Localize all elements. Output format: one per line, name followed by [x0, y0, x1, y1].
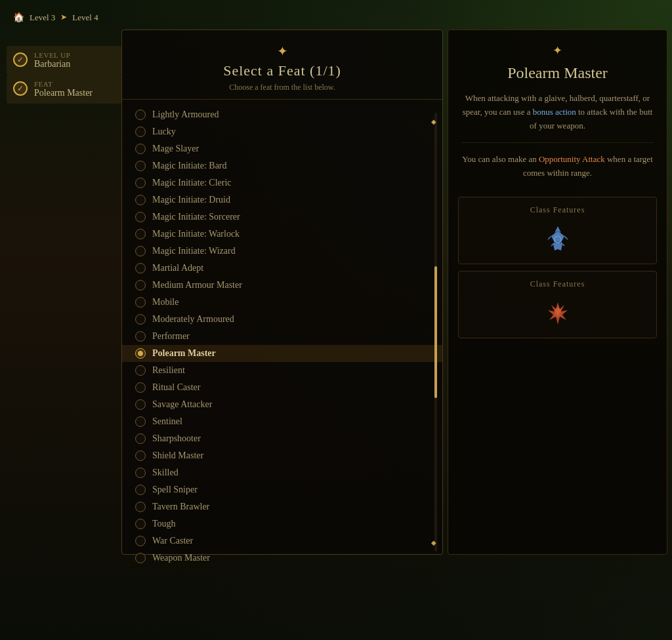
feat-radio-mage-slayer: [135, 144, 146, 154]
detail-title: Polearm Master: [461, 64, 654, 82]
feat-item-moderately-armoured[interactable]: Moderately Armoured: [122, 311, 442, 328]
feat-name-savage-attacker: Savage Attacker: [152, 399, 212, 410]
feat-name-lightly-armoured: Lightly Armoured: [152, 110, 219, 120]
feat-item-sharpshooter[interactable]: Sharpshooter: [122, 430, 442, 447]
feat-radio-skilled: [135, 468, 146, 478]
feat-list: Lightly ArmouredLuckyMage SlayerMagic In…: [122, 100, 442, 565]
feat-radio-tavern-brawler: [135, 502, 146, 512]
feat-radio-magic-initiate-sorcerer: [135, 212, 146, 222]
feat-item-ritual-caster[interactable]: Ritual Caster: [122, 379, 442, 396]
feat-item-martial-adept[interactable]: Martial Adept: [122, 260, 442, 277]
scroll-track: ◆ ◆: [434, 113, 437, 551]
sidebar-value-feat: Polearm Master: [34, 88, 93, 98]
feat-radio-resilient: [135, 365, 146, 376]
detail-description: When attacking with a glaive, halberd, q…: [461, 92, 654, 132]
feat-radio-mobile: [135, 297, 146, 308]
feat-radio-sentinel: [135, 416, 146, 427]
feat-name-resilient: Resilient: [152, 365, 185, 376]
feat-radio-tough: [135, 519, 146, 529]
feat-item-skilled[interactable]: Skilled: [122, 464, 442, 481]
feat-radio-medium-armour-master: [135, 280, 146, 290]
feat-item-lucky[interactable]: Lucky: [122, 123, 442, 140]
feat-item-shield-master[interactable]: Shield Master: [122, 447, 442, 464]
feat-name-medium-armour-master: Medium Armour Master: [152, 280, 242, 290]
breadcrumb: 🏠 Level 3 ➤ Level 4: [13, 12, 98, 23]
panel-icon: ✦: [135, 43, 429, 59]
feat-item-performer[interactable]: Performer: [122, 328, 442, 345]
detail-divider: [461, 142, 654, 143]
feat-name-martial-adept: Martial Adept: [152, 263, 203, 273]
feat-item-magic-initiate-bard[interactable]: Magic Initiate: Bard: [122, 157, 442, 174]
feat-radio-moderately-armoured: [135, 314, 146, 325]
feat-item-magic-initiate-sorcerer[interactable]: Magic Initiate: Sorcerer: [122, 209, 442, 226]
feat-item-mobile[interactable]: Mobile: [122, 294, 442, 311]
feat-item-lightly-armoured[interactable]: Lightly Armoured: [122, 106, 442, 123]
feat-radio-magic-initiate-cleric: [135, 178, 146, 188]
class-feature-icon-1: [469, 223, 646, 256]
sidebar-item-level-up[interactable]: ✓ Level Up Barbarian: [7, 46, 121, 75]
feat-detail-panel: ✦ Polearm Master When attacking with a g…: [448, 30, 667, 555]
feat-name-ritual-caster: Ritual Caster: [152, 382, 201, 393]
feat-list-container: Lightly ArmouredLuckyMage SlayerMagic In…: [122, 100, 442, 565]
feat-item-polearm-master[interactable]: Polearm Master: [122, 345, 442, 362]
feat-name-magic-initiate-warlock: Magic Initiate: Warlock: [152, 229, 240, 239]
scroll-top-diamond[interactable]: ◆: [431, 118, 436, 125]
feat-name-sentinel: Sentinel: [152, 416, 182, 427]
feat-item-mage-slayer[interactable]: Mage Slayer: [122, 140, 442, 157]
sidebar-check-feat: ✓: [13, 81, 28, 96]
feat-item-magic-initiate-cleric[interactable]: Magic Initiate: Cleric: [122, 174, 442, 191]
feat-name-tavern-brawler: Tavern Brawler: [152, 502, 209, 512]
feat-name-performer: Performer: [152, 331, 190, 342]
sidebar-item-feat[interactable]: ✓ Feat Polearm Master: [7, 75, 121, 104]
feat-item-savage-attacker[interactable]: Savage Attacker: [122, 396, 442, 413]
feat-item-tough[interactable]: Tough: [122, 515, 442, 532]
panel-header: ✦ Select a Feat (1/1) Choose a feat from…: [122, 30, 442, 100]
class-feature-label-1: Class Features: [469, 205, 646, 215]
scroll-bottom-diamond[interactable]: ◆: [431, 539, 436, 546]
sidebar-label-feat: Feat: [34, 80, 93, 88]
feat-name-shield-master: Shield Master: [152, 450, 203, 461]
opportunity-attack-text: Opportunity Attack: [539, 154, 605, 164]
feat-name-mage-slayer: Mage Slayer: [152, 144, 199, 154]
feat-item-tavern-brawler[interactable]: Tavern Brawler: [122, 498, 442, 515]
feat-radio-magic-initiate-druid: [135, 195, 146, 205]
feat-radio-magic-initiate-warlock: [135, 229, 146, 239]
feat-radio-sharpshooter: [135, 433, 146, 444]
feat-item-resilient[interactable]: Resilient: [122, 362, 442, 379]
sidebar: ✓ Level Up Barbarian ✓ Feat Polearm Mast…: [7, 46, 121, 104]
class-feature-icon-2: [469, 297, 646, 330]
feat-radio-weapon-master: [135, 553, 146, 563]
feat-radio-ritual-caster: [135, 382, 146, 393]
scroll-thumb[interactable]: [434, 266, 437, 398]
level-icon: 🏠: [13, 12, 24, 23]
feat-item-weapon-master[interactable]: Weapon Master: [122, 550, 442, 565]
feat-item-magic-initiate-druid[interactable]: Magic Initiate: Druid: [122, 191, 442, 209]
feat-name-magic-initiate-wizard: Magic Initiate: Wizard: [152, 246, 236, 256]
feat-radio-dot-polearm-master: [138, 351, 143, 356]
feat-name-magic-initiate-sorcerer: Magic Initiate: Sorcerer: [152, 212, 240, 222]
class-feature-label-2: Class Features: [469, 279, 646, 289]
feat-item-war-caster[interactable]: War Caster: [122, 532, 442, 550]
feat-name-skilled: Skilled: [152, 468, 178, 478]
panel-title: Select a Feat (1/1): [135, 62, 429, 79]
feat-radio-polearm-master: [135, 348, 146, 359]
sidebar-check-level-up: ✓: [13, 52, 28, 67]
feat-item-spell-sniper[interactable]: Spell Sniper: [122, 481, 442, 498]
feat-name-sharpshooter: Sharpshooter: [152, 433, 201, 444]
feat-name-polearm-master: Polearm Master: [152, 348, 216, 359]
detail-panel-inner: ✦ Polearm Master When attacking with a g…: [448, 30, 667, 190]
feat-radio-magic-initiate-wizard: [135, 246, 146, 256]
feat-item-magic-initiate-wizard[interactable]: Magic Initiate: Wizard: [122, 243, 442, 260]
feat-radio-savage-attacker: [135, 399, 146, 410]
feat-radio-lightly-armoured: [135, 110, 146, 120]
breadcrumb-level-from: Level 3: [30, 12, 55, 23]
feat-name-magic-initiate-druid: Magic Initiate: Druid: [152, 195, 230, 205]
feat-item-magic-initiate-warlock[interactable]: Magic Initiate: Warlock: [122, 226, 442, 243]
feat-name-weapon-master: Weapon Master: [152, 553, 210, 563]
feat-item-sentinel[interactable]: Sentinel: [122, 413, 442, 430]
breadcrumb-level-to: Level 4: [72, 12, 98, 23]
feat-name-war-caster: War Caster: [152, 536, 193, 546]
detail-description-2: You can also make an Opportunity Attack …: [461, 153, 654, 180]
feat-item-medium-armour-master[interactable]: Medium Armour Master: [122, 277, 442, 294]
class-feature-card-2: Class Features: [458, 271, 657, 338]
